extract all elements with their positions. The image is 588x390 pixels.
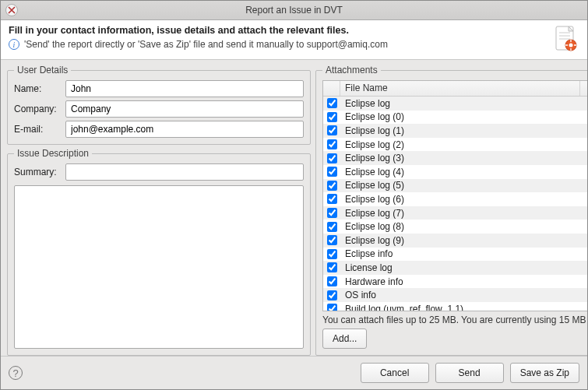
attachment-checkbox[interactable] (327, 222, 337, 232)
name-label: Name: (14, 83, 61, 94)
attachment-filename: Eclipse log (2) (340, 139, 580, 150)
table-row[interactable]: OS info2 KB (323, 288, 587, 302)
issue-description-group: Issue Description Summary: (7, 148, 311, 356)
attachment-checkbox[interactable] (327, 290, 337, 300)
attachment-filename: Eclipse info (340, 248, 580, 259)
attachment-filename: OS info (340, 290, 580, 300)
table-row[interactable]: Eclipse log (9)1001 KB (323, 234, 587, 248)
attachments-body[interactable]: Eclipse log841 KBEclipse log (0)1008 KBE… (323, 97, 587, 311)
attachment-checkbox[interactable] (327, 276, 337, 286)
name-field[interactable] (65, 80, 304, 97)
attachment-checkbox[interactable] (327, 249, 337, 259)
attachment-size: 374 KB (580, 248, 587, 259)
table-row[interactable]: Eclipse log (3)1001 KB (323, 151, 587, 165)
attachment-filename: Eclipse log (6) (340, 194, 580, 205)
attachment-filename: Eclipse log (5) (340, 180, 580, 191)
header-checkbox-col (323, 81, 340, 96)
attachment-filename: Eclipse log (8) (340, 221, 580, 232)
issue-legend: Issue Description (14, 148, 92, 159)
attachment-checkbox[interactable] (327, 235, 337, 245)
header-filename[interactable]: File Name (340, 81, 580, 96)
email-label: E-mail: (14, 124, 61, 135)
cancel-button[interactable]: Cancel (361, 363, 429, 383)
header-size[interactable]: Size (580, 81, 587, 96)
help-button[interactable]: ? (9, 366, 23, 380)
attachment-size: 2 KB (580, 290, 587, 300)
table-row[interactable]: Eclipse log (0)1008 KB (323, 111, 587, 125)
dialog-header: Fill in your contact information, issue … (1, 20, 587, 60)
table-row[interactable]: Eclipse log (4)1001 KB (323, 165, 587, 179)
window-title: Report an Issue in DVT (1, 5, 587, 16)
attachments-group: Attachments File Name Size Eclipse log84… (315, 65, 587, 356)
attachment-size: 11 KB (580, 276, 587, 287)
user-details-group: User Details Name: Company: E-mail: (7, 65, 311, 145)
attachment-size: 128 KB (580, 304, 587, 311)
table-row[interactable]: Eclipse log841 KB (323, 97, 587, 111)
header-subtitle: 'Send' the report directly or 'Save as Z… (24, 39, 388, 50)
attachment-filename: Eclipse log (9) (340, 235, 580, 246)
attachment-size: 1001 KB (580, 194, 587, 205)
attachment-size: 1001 KB (580, 180, 587, 191)
attachment-checkbox[interactable] (327, 112, 337, 122)
attachments-table: File Name Size Eclipse log841 KBEclipse … (322, 80, 587, 311)
attachment-filename: Build log (uvm_ref_flow_1.1) (340, 304, 580, 311)
email-field[interactable] (65, 121, 304, 138)
description-field[interactable] (14, 185, 304, 349)
attachment-size: 1001 KB (580, 221, 587, 232)
table-row[interactable]: Eclipse log (6)1001 KB (323, 192, 587, 206)
attachment-size: 1008 KB (580, 111, 587, 122)
user-details-legend: User Details (14, 65, 71, 76)
attachment-size: 1001 KB (580, 235, 587, 246)
summary-label: Summary: (14, 167, 61, 177)
attachment-checkbox[interactable] (327, 153, 337, 163)
attachment-checkbox[interactable] (327, 181, 337, 191)
attachments-legend: Attachments (322, 65, 381, 76)
report-doc-icon (551, 25, 579, 53)
attachment-checkbox[interactable] (327, 304, 337, 311)
table-row[interactable]: Eclipse log (2)1001 KB (323, 138, 587, 152)
attachment-size: 841 KB (580, 98, 587, 109)
attachment-checkbox[interactable] (327, 167, 337, 177)
attachment-checkbox[interactable] (327, 98, 337, 108)
svg-point-6 (569, 44, 573, 47)
attachment-checkbox[interactable] (327, 139, 337, 149)
table-row[interactable]: Eclipse log (7)1001 KB (323, 206, 587, 220)
table-row[interactable]: Eclipse log (5)1001 KB (323, 179, 587, 193)
company-field[interactable] (65, 100, 304, 118)
send-button[interactable]: Send (435, 363, 504, 383)
attachment-size: 1001 KB (580, 208, 587, 219)
info-icon: i (9, 39, 19, 50)
attachment-filename: Eclipse log (4) (340, 167, 580, 177)
table-row[interactable]: Eclipse info374 KB (323, 248, 587, 262)
attachment-checkbox[interactable] (327, 262, 337, 272)
attachment-checkbox[interactable] (327, 208, 337, 218)
attachment-filename: Eclipse log (3) (340, 153, 580, 163)
add-button[interactable]: Add... (322, 329, 367, 349)
table-row[interactable]: Eclipse log (1)1001 KB (323, 124, 587, 138)
table-row[interactable]: Eclipse log (8)1001 KB (323, 220, 587, 234)
attachment-size: 1001 KB (580, 125, 587, 136)
table-row[interactable]: License log465 B (323, 261, 587, 275)
attachment-filename: Eclipse log (340, 98, 580, 109)
attachments-footer-note: You can attach files up to 25 MB. You ar… (322, 311, 587, 325)
attachment-checkbox[interactable] (327, 194, 337, 204)
save-as-zip-button[interactable]: Save as Zip (510, 363, 579, 383)
summary-field[interactable] (65, 163, 304, 181)
attachment-size: 1001 KB (580, 167, 587, 177)
table-row[interactable]: Hardware info11 KB (323, 275, 587, 289)
titlebar: Report an Issue in DVT (1, 1, 587, 20)
attachment-filename: License log (340, 262, 580, 273)
attachments-header-row: File Name Size (323, 81, 587, 97)
attachment-checkbox[interactable] (327, 125, 337, 135)
attachment-size: 465 B (580, 262, 587, 273)
attachment-filename: Hardware info (340, 276, 580, 287)
table-row[interactable]: Build log (uvm_ref_flow_1.1)128 KB (323, 302, 587, 311)
button-bar: ? Cancel Send Save as Zip (1, 356, 587, 389)
company-label: Company: (14, 104, 61, 114)
attachment-size: 1001 KB (580, 139, 587, 150)
attachment-filename: Eclipse log (0) (340, 111, 580, 122)
attachment-filename: Eclipse log (7) (340, 208, 580, 219)
attachment-filename: Eclipse log (1) (340, 125, 580, 136)
attachment-size: 1001 KB (580, 153, 587, 163)
dialog-window: Report an Issue in DVT Fill in your cont… (0, 0, 588, 390)
